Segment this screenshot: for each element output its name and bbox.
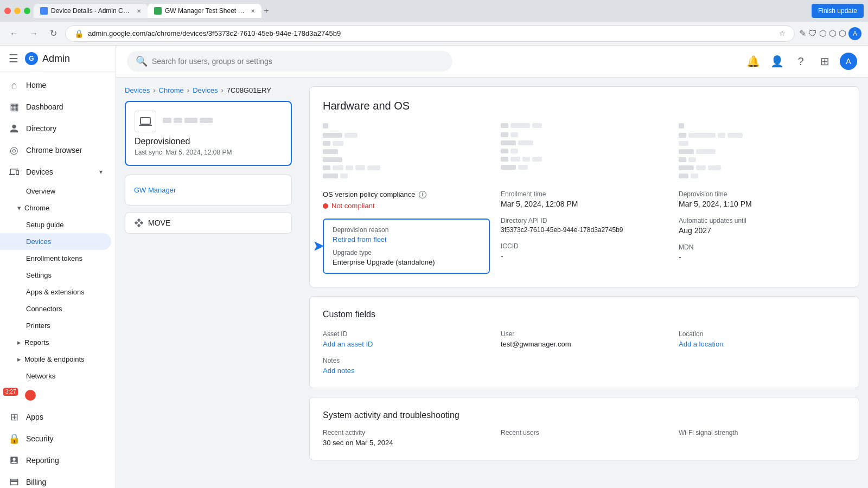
sidebar-item-devices-sub[interactable]: Devices [0,233,111,250]
url-bar[interactable]: 🔒 admin.google.com/ac/chrome/devices/3f5… [65,25,795,42]
sidebar-item-apps[interactable]: ⊞ Apps [0,406,111,428]
sidebar-item-home[interactable]: ⌂ Home [0,74,111,96]
tab-gw-manager[interactable]: GW Manager Test Sheet - G... ✕ [148,4,261,18]
hw-row [679,141,846,146]
sidebar-item-devices[interactable]: Devices ▾ [0,161,111,183]
owner-link[interactable]: GW Manager [134,182,283,198]
minimize-window-dot[interactable] [14,8,21,14]
hw-blob [323,141,330,146]
blob [200,118,213,123]
contacts-button[interactable]: 👤 [768,53,786,70]
profile-icon[interactable]: A [848,27,861,40]
sidebar-item-chrome-browser[interactable]: ◎ Chrome browser [0,139,111,161]
recent-users-label: Recent users [501,429,668,436]
sidebar-label-devices: Devices [26,168,53,176]
profile-avatar[interactable]: A [840,53,857,70]
breadcrumb-sep-2: › [187,86,189,94]
sidebar-label-directory: Directory [26,124,56,133]
notes-label: Notes [323,357,846,364]
billing-icon [9,477,20,487]
directory-icon [9,123,20,134]
forward-button[interactable]: → [26,26,41,41]
close-window-dot[interactable] [4,8,11,14]
device-panel: Devices › Chrome › Devices › 7C08G01ERY [116,78,301,488]
maximize-window-dot[interactable] [24,8,30,14]
hw-blob [501,140,516,145]
sidebar-label-networks: Networks [26,372,55,380]
extension-icon-1[interactable]: ✎ [799,28,806,38]
deprov-upgrade-label: Upgrade type [333,249,480,256]
sidebar-item-mobile-endpoints[interactable]: ▸ Mobile & endpoints [0,351,116,368]
location-value[interactable]: Add a location [679,340,846,348]
hw-blob [679,157,686,162]
hamburger-menu[interactable]: ☰ [9,52,18,65]
sidebar-item-settings[interactable]: Settings [0,267,116,284]
hw-row [501,149,668,153]
red-dot [323,203,328,209]
sidebar-item-enrollment-tokens[interactable]: Enrollment tokens [0,250,116,267]
breadcrumb-devices[interactable]: Devices [125,86,150,94]
hw-blob [333,141,343,146]
extension-icon-2[interactable]: ⬡ [819,28,827,38]
bookmark-icon[interactable]: ☆ [779,29,786,37]
sidebar-label-printers: Printers [26,322,50,330]
reload-button[interactable]: ↻ [46,26,61,41]
browser-actions: ✎ 🛡 ⬡ ⬡ ⬡ A [799,27,861,40]
device-icon [135,111,156,132]
directory-api-id: Directory API ID 3f5373c2-7610-45eb-944e… [501,217,668,234]
enrollment-col: Enrollment time Mar 5, 2024, 12:08 PM Di… [501,190,668,274]
tab-close-2[interactable]: ✕ [251,8,255,14]
sidebar-item-setup-guide[interactable]: Setup guide [0,216,116,233]
sidebar-item-networks[interactable]: Networks [0,368,116,384]
sidebar-item-directory[interactable]: Directory [0,118,111,139]
sidebar-item-dashboard[interactable]: ▦ Dashboard [0,96,111,118]
mdn: MDN - [679,243,846,261]
custom-fields-title: Custom fields [323,310,846,319]
new-tab-button[interactable]: + [261,4,271,18]
recent-activity: Recent activity 30 sec on Mar 5, 2024 [323,429,490,447]
sidebar-item-billing[interactable]: Billing [0,471,111,488]
sidebar-item-chrome[interactable]: ▾ Chrome [0,200,116,216]
deprov-reason: Deprovision reason Retired from fleet [333,226,480,243]
sidebar: ☰ G Admin ⌂ Home ▦ Dashboard Directory [0,46,116,488]
search-box[interactable]: 🔍 [127,51,452,72]
hw-blob [323,157,342,162]
hw-row [323,141,490,146]
help-icon: ? [797,55,803,68]
search-input[interactable] [152,57,444,66]
sidebar-item-connectors[interactable]: Connectors [0,300,116,317]
sidebar-label-overview: Overview [26,187,55,195]
help-button[interactable]: ? [792,53,809,70]
tab-close-1[interactable]: ✕ [137,8,141,14]
iccid-label: ICCID [501,242,668,250]
os-compliance-col: OS version policy compliance i Not compl… [323,190,490,274]
sidebar-item-apps-extensions[interactable]: Apps & extensions [0,284,116,300]
sidebar-item-printers[interactable]: Printers [0,317,116,334]
sidebar-item-reports[interactable]: ▸ Reports [0,334,116,351]
info-icon[interactable]: i [419,191,426,198]
notifications-button[interactable]: 🔔 [744,53,762,70]
breadcrumb-chrome[interactable]: Chrome [159,86,184,94]
back-button[interactable]: ← [7,26,22,41]
sidebar-item-security[interactable]: 🔒 Security [0,428,111,450]
tab-title-2: GW Manager Test Sheet - G... [165,7,246,15]
shield-icon[interactable]: 🛡 [808,29,817,38]
blob [184,118,197,123]
tab-device-details[interactable]: Device Details - Admin Cons... ✕ [34,4,148,18]
finish-update-button[interactable]: Finish update [812,4,864,18]
hw-blob [510,132,518,137]
system-activity-title: System activity and troubleshooting [323,410,846,420]
notes-value[interactable]: Add notes [323,367,846,375]
apps-grid-button[interactable]: ⊞ [816,53,833,70]
sidebar-label-setup-guide: Setup guide [26,221,63,229]
move-button[interactable]: MOVE [125,212,292,234]
sidebar-item-overview[interactable]: Overview [0,183,116,200]
move-label: MOVE [148,219,170,227]
hw-blob [532,123,542,128]
asset-id-value[interactable]: Add an asset ID [323,340,490,348]
extension-icon-4[interactable]: ⬡ [839,28,846,38]
breadcrumb-devices2[interactable]: Devices [193,86,218,94]
deprov-reason-label: Deprovision reason [333,226,480,234]
extension-icon-3[interactable]: ⬡ [829,28,837,38]
sidebar-item-reporting[interactable]: Reporting [0,450,111,471]
